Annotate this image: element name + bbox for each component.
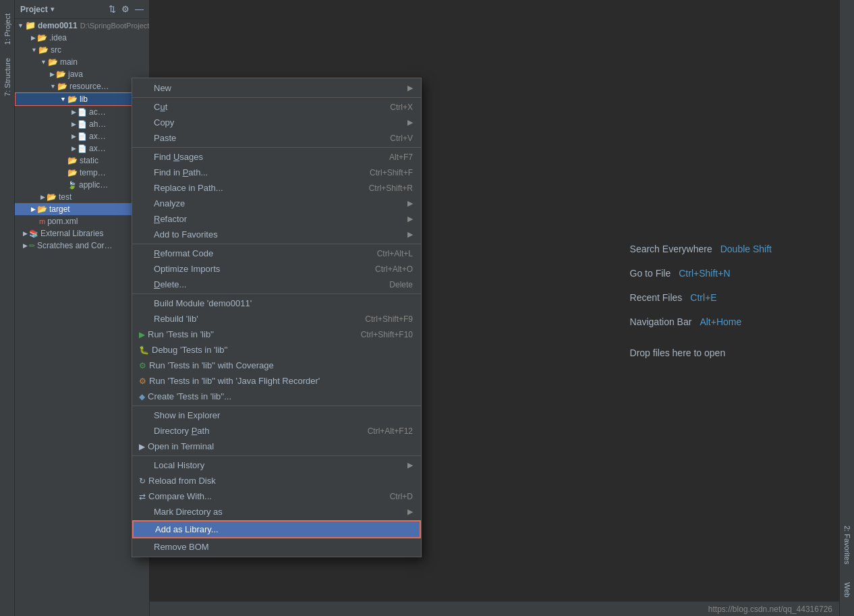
folder-icon: 📂 [48, 57, 58, 67]
menu-item-refactor[interactable]: Refactor ▶ [132, 211, 421, 227]
tree-item-resources[interactable]: ▼ 📂 resource… [15, 80, 149, 92]
menu-item-mark-dir[interactable]: Mark Directory as ▶ [132, 504, 421, 520]
reload-icon: ↻ [139, 476, 146, 486]
tree-item-ax2[interactable]: ▶ 📄 ax… [15, 142, 149, 155]
arrow-icon: ▼ [18, 22, 24, 29]
menu-item-dir-path[interactable]: Directory Path Ctrl+Alt+F12 [132, 423, 421, 439]
menu-item-reformat[interactable]: Reformat Code Ctrl+Alt+L [132, 246, 421, 261]
menu-label: Create 'Tests in 'lib''... [148, 391, 231, 401]
menu-item-delete[interactable]: Delete... Delete [132, 277, 421, 292]
tree-item-test[interactable]: ▶ 📂 test [15, 191, 149, 203]
tree-item-pom[interactable]: m pom.xml [15, 215, 149, 227]
folder-icon: 📂 [47, 192, 57, 202]
sidebar-item-favorites[interactable]: 2: Favorites [841, 520, 853, 569]
tree-label: main [60, 57, 78, 67]
menu-label: Optimize Imports [154, 264, 220, 274]
menu-arrow-icon: ▶ [407, 84, 413, 92]
menu-item-remove-bom[interactable]: Remove BOM [132, 539, 421, 555]
terminal-icon: ▶ [139, 442, 145, 451]
tree-item-applic[interactable]: 🍃 applic… [15, 179, 149, 191]
menu-shortcut: Alt+F7 [389, 152, 413, 162]
menu-item-run-recorder[interactable]: ⚙ Run 'Tests in 'lib'' with 'Java Flight… [132, 373, 421, 389]
tree-item-demo0011[interactable]: ▼ 📁 demo0011 D:\SpringBootProjects\demo0… [15, 19, 149, 32]
arrow-collapsed-icon: ▶ [50, 71, 55, 78]
arrow-icon: ▼ [31, 47, 37, 53]
panel-dropdown-icon[interactable]: ▾ [51, 5, 54, 13]
goto-file-key: Ctrl+Shift+N [679, 268, 730, 279]
tree-item-temp[interactable]: 📂 temp… [15, 167, 149, 179]
menu-item-replace-path[interactable]: Replace in Path... Ctrl+Shift+R [132, 180, 421, 196]
tree-label: applic… [79, 180, 108, 190]
menu-item-open-terminal[interactable]: ▶ Open in Terminal [132, 439, 421, 454]
panel-sort-icon[interactable]: ⇅ [109, 4, 116, 14]
arrow-collapsed-icon: ▶ [23, 242, 28, 249]
menu-arrow-icon: ▶ [407, 215, 413, 223]
menu-item-cut[interactable]: Cut Ctrl+X [132, 99, 421, 115]
folder-icon: 📚 [29, 229, 38, 238]
menu-item-compare[interactable]: ⇄ Compare With... Ctrl+D [132, 488, 421, 504]
arrow-collapsed-icon: ▶ [23, 230, 28, 237]
tree-item-extlibs[interactable]: ▶ 📚 External Libraries [15, 227, 149, 240]
menu-item-optimize[interactable]: Optimize Imports Ctrl+Alt+O [132, 261, 421, 277]
menu-label: Add to Favorites [154, 229, 218, 240]
shortcut-goto-file: Go to File Ctrl+Shift+N [630, 268, 772, 279]
menu-shortcut: Ctrl+V [390, 134, 413, 143]
menu-item-new[interactable]: New ▶ [132, 80, 421, 96]
menu-shortcut: Ctrl+Shift+F10 [361, 330, 413, 339]
tree-item-ah[interactable]: ▶ 📄 ah… [15, 118, 149, 130]
arrow-collapsed-icon: ▶ [72, 145, 76, 152]
menu-label: Rebuild 'lib' [154, 314, 198, 324]
menu-shortcut: Ctrl+D [390, 492, 413, 501]
shortcut-recent-files: Recent Files Ctrl+E [630, 292, 772, 303]
menu-item-build-module[interactable]: Build Module 'demo0011' [132, 296, 421, 311]
tree-label: target [49, 204, 70, 214]
menu-label: Mark Directory as [154, 507, 223, 517]
menu-arrow-icon: ▶ [407, 118, 413, 127]
menu-label: Copy [154, 117, 174, 128]
menu-item-add-library[interactable]: Add as Library... [132, 520, 421, 538]
tree-item-src[interactable]: ▼ 📂 src [15, 44, 149, 56]
menu-label: Remove BOM [154, 542, 209, 552]
sidebar-item-structure[interactable]: 7: Structure [1, 51, 13, 103]
compare-icon: ⇄ [139, 492, 146, 501]
file-icon: 📄 [78, 144, 87, 153]
arrow-collapsed-icon: ▶ [31, 206, 36, 213]
menu-item-copy[interactable]: Copy ▶ [132, 115, 421, 130]
menu-item-debug-tests[interactable]: 🐛 Debug 'Tests in 'lib'' [132, 342, 421, 358]
sidebar-item-project[interactable]: 1: Project [1, 7, 13, 51]
tree-item-idea[interactable]: ▶ 📂 .idea [15, 32, 149, 44]
tree-item-static[interactable]: 📂 static [15, 155, 149, 167]
menu-item-rebuild[interactable]: Rebuild 'lib' Ctrl+Shift+F9 [132, 311, 421, 327]
panel-minimize-icon[interactable]: — [135, 4, 144, 14]
menu-item-run-tests[interactable]: ▶ Run 'Tests in 'lib'' Ctrl+Shift+F10 [132, 327, 421, 342]
menu-item-local-history[interactable]: Local History ▶ [132, 457, 421, 473]
tree-item-main[interactable]: ▼ 📂 main [15, 56, 149, 68]
menu-arrow-icon: ▶ [407, 230, 413, 239]
menu-arrow-icon: ▶ [407, 461, 413, 470]
menu-item-run-coverage[interactable]: ⚙ Run 'Tests in 'lib'' with Coverage [132, 358, 421, 373]
menu-item-create-tests[interactable]: ◆ Create 'Tests in 'lib''... [132, 389, 421, 404]
tree-label: src [51, 45, 61, 55]
search-everywhere-label: Search Everywhere [630, 244, 712, 254]
tree-item-ac[interactable]: ▶ 📄 ac… [15, 106, 149, 118]
tree-item-lib[interactable]: ▼ 📂 lib [15, 92, 149, 106]
tree-item-scratches[interactable]: ▶ ✏ Scratches and Cor… [15, 240, 149, 252]
menu-item-reload[interactable]: ↻ Reload from Disk [132, 473, 421, 488]
menu-item-analyze[interactable]: Analyze ▶ [132, 196, 421, 211]
menu-label: Debug 'Tests in 'lib'' [152, 345, 228, 355]
sidebar-item-web[interactable]: Web [841, 577, 853, 603]
tree-item-ax1[interactable]: ▶ 📄 ax… [15, 130, 149, 142]
tree-item-target[interactable]: ▶ 📂 target [15, 203, 149, 215]
menu-item-find-usages[interactable]: Find Usages Alt+F7 [132, 149, 421, 165]
tree-item-java[interactable]: ▶ 📂 java [15, 68, 149, 80]
menu-arrow-icon: ▶ [407, 507, 413, 516]
menu-shortcut: Ctrl+Shift+R [369, 184, 413, 193]
folder-icon: 📂 [37, 33, 47, 43]
arrow-collapsed-icon: ▶ [31, 34, 36, 41]
menu-item-show-explorer[interactable]: Show in Explorer [132, 408, 421, 423]
panel-settings-icon[interactable]: ⚙ [121, 4, 130, 14]
menu-item-paste[interactable]: Paste Ctrl+V [132, 130, 421, 146]
menu-item-add-favorites[interactable]: Add to Favorites ▶ [132, 227, 421, 242]
arrow-collapsed-icon: ▶ [40, 194, 45, 200]
menu-item-find-path[interactable]: Find in Path... Ctrl+Shift+F [132, 165, 421, 180]
